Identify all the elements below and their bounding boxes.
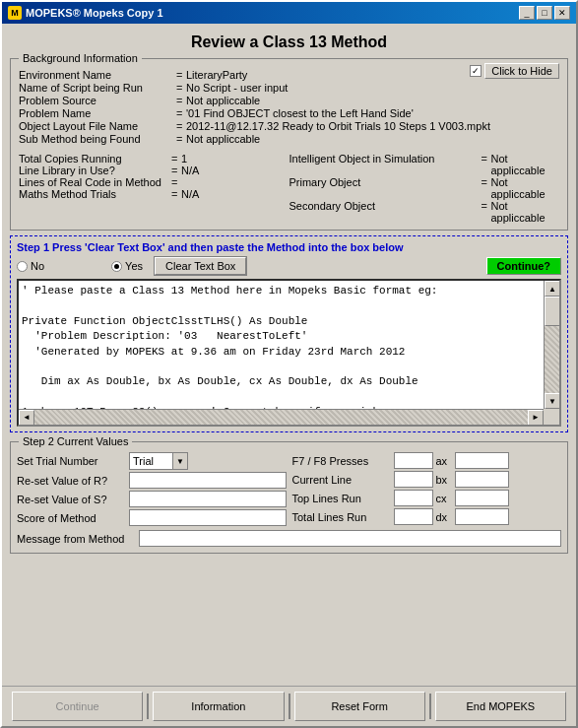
- radio-yes-dot: [114, 264, 119, 269]
- label-layout: Object Layout File Name: [19, 120, 176, 132]
- radio-yes-button[interactable]: [111, 261, 122, 272]
- right-row-0: Intelligent Object in Simulation = Not a…: [289, 153, 560, 176]
- total-lines-input[interactable]: [394, 508, 433, 525]
- end-mopeks-button[interactable]: End MOPEKS: [435, 692, 566, 721]
- reset-r-input[interactable]: [129, 472, 287, 489]
- top-lines-row: Top Lines Run cx: [292, 490, 562, 506]
- trial-value: Trial: [130, 455, 172, 467]
- bottom-right: Intelligent Object in Simulation = Not a…: [289, 153, 560, 224]
- ax-label: ax: [436, 455, 452, 467]
- information-button[interactable]: Information: [153, 692, 284, 721]
- trial-dropdown[interactable]: Trial ▼: [129, 452, 188, 470]
- main-window: M MOPEKS® Mopeks Copy 1 _ □ ✕ Review a C…: [0, 0, 578, 728]
- page-title: Review a Class 13 Method: [10, 30, 568, 53]
- top-lines-label: Top Lines Run: [292, 493, 391, 504]
- value-source: Not appliccable: [186, 95, 559, 106]
- scroll-thumb-v[interactable]: [545, 297, 560, 326]
- footer-divider-2: [289, 694, 290, 719]
- step1-section: Step 1 Press 'Clear Text Box' and then p…: [10, 235, 568, 432]
- info-row-3: Problem Name = '01 Find OBJECT closest t…: [19, 107, 559, 119]
- info-row-2: Problem Source = Not appliccable: [19, 95, 559, 106]
- value-script: No Script - user input: [186, 82, 559, 94]
- f7f8-label: F7 / F8 Presses: [292, 455, 391, 467]
- radio-no-wrap[interactable]: No: [17, 260, 44, 272]
- dx-label: dx: [436, 511, 452, 523]
- continue-button[interactable]: Continue: [12, 692, 143, 721]
- scroll-left-arrow[interactable]: ◄: [19, 410, 34, 426]
- scroll-track-h[interactable]: [34, 410, 528, 425]
- right-row-1: Primary Object = Not appliccable: [289, 176, 560, 200]
- reset-r-row: Re-set Value of R?: [17, 472, 287, 489]
- click-to-hide-button[interactable]: Click to Hide: [484, 63, 559, 79]
- score-input[interactable]: [129, 509, 287, 526]
- reset-r-label: Re-set Value of R?: [17, 475, 125, 487]
- method-textarea-wrap: ' Please paste a Class 13 Method here in…: [17, 279, 561, 427]
- maximize-button[interactable]: □: [537, 6, 552, 20]
- window-content: Review a Class 13 Method Background Info…: [2, 24, 576, 686]
- info-row-4: Object Layout File Name = 2012-11@12.17.…: [19, 120, 559, 132]
- value-layout: 2012-11@12.17.32 Ready to Orbit Trials 1…: [186, 120, 559, 132]
- radio-no-label: No: [31, 260, 44, 272]
- step2-left: Set Trial Number Trial ▼ Re-set Value of…: [17, 452, 287, 528]
- radio-no-button[interactable]: [17, 261, 28, 272]
- f7f8-input[interactable]: [394, 452, 433, 469]
- trial-row: Set Trial Number Trial ▼: [17, 452, 287, 470]
- cx-input[interactable]: [455, 490, 509, 506]
- radio-yes-wrap[interactable]: Yes: [111, 260, 143, 272]
- window-title: MOPEKS® Mopeks Copy 1: [26, 7, 163, 19]
- f7f8-row: F7 / F8 Presses ax: [292, 452, 562, 469]
- background-info-group: Background Information ✓ Click to Hide E…: [10, 58, 568, 231]
- close-button[interactable]: ✕: [554, 6, 570, 20]
- info-row-5: Sub Method being Found = Not appliccable: [19, 133, 559, 145]
- current-line-label: Current Line: [292, 474, 391, 486]
- bottom-left: Total Copies Running = 1 Line Library in…: [19, 153, 289, 224]
- message-input[interactable]: [139, 530, 561, 547]
- textarea-scrollbar-v[interactable]: ▲ ▼: [544, 281, 559, 409]
- footer-divider-3: [429, 694, 431, 719]
- reset-s-input[interactable]: [129, 491, 287, 507]
- message-row: Message from Method: [17, 530, 561, 547]
- spacer: [10, 559, 568, 680]
- hide-controls: ✓ Click to Hide: [470, 63, 559, 79]
- continue-step1-button[interactable]: Continue?: [486, 257, 561, 275]
- title-bar: M MOPEKS® Mopeks Copy 1 _ □ ✕: [2, 2, 576, 24]
- score-row: Score of Method: [17, 509, 287, 526]
- method-textarea-content[interactable]: ' Please paste a Class 13 Method here in…: [19, 281, 544, 425]
- scroll-down-arrow[interactable]: ▼: [545, 393, 560, 409]
- label-env: Environment Name: [19, 69, 176, 81]
- info-row-1: Name of Script being Run = No Script - u…: [19, 82, 559, 94]
- top-lines-input[interactable]: [394, 490, 433, 506]
- step2-right: F7 / F8 Presses ax Current Line bx: [292, 452, 562, 528]
- footer-buttons: Continue Information Reset Form End MOPE…: [2, 686, 576, 726]
- scroll-corner: [544, 409, 559, 425]
- step2-section: Step 2 Current Values Set Trial Number T…: [10, 441, 568, 554]
- hide-checkbox[interactable]: ✓: [470, 65, 482, 77]
- label-submethod: Sub Method being Found: [19, 133, 176, 145]
- total-lines-label: Total Lines Run: [292, 511, 391, 523]
- scroll-up-arrow[interactable]: ▲: [545, 281, 560, 297]
- total-lines-row: Total Lines Run dx: [292, 508, 562, 525]
- label-problem: Problem Name: [19, 107, 176, 119]
- step1-title: Step 1 Press 'Clear Text Box' and then p…: [17, 241, 561, 253]
- reset-s-label: Re-set Value of S?: [17, 494, 125, 505]
- scroll-right-arrow[interactable]: ►: [528, 410, 544, 426]
- right-row-2: Secondary Object = Not appliccable: [289, 200, 560, 224]
- dx-input[interactable]: [455, 508, 509, 525]
- scroll-track-v[interactable]: [545, 297, 559, 393]
- textarea-scrollbar-h[interactable]: ◄ ►: [19, 409, 544, 425]
- ax-input[interactable]: [455, 452, 509, 469]
- step1-controls: No Yes Clear Text Box Continue?: [17, 257, 561, 275]
- minimize-button[interactable]: _: [519, 6, 535, 20]
- info-bottom: Total Copies Running = 1 Line Library in…: [19, 150, 559, 224]
- info-fields: Environment Name = LiteraryParty Name of…: [19, 69, 559, 145]
- bottom-row-1: Line Library in Use? = N/A: [19, 165, 289, 176]
- bx-label: bx: [436, 474, 452, 486]
- trial-dropdown-arrow[interactable]: ▼: [172, 453, 187, 469]
- label-source: Problem Source: [19, 95, 176, 106]
- reset-form-button[interactable]: Reset Form: [294, 692, 425, 721]
- bx-input[interactable]: [455, 471, 509, 488]
- step2-fields: Set Trial Number Trial ▼ Re-set Value of…: [17, 452, 561, 528]
- current-line-input[interactable]: [394, 471, 433, 488]
- clear-text-box-button[interactable]: Clear Text Box: [155, 257, 246, 275]
- radio-yes-label: Yes: [125, 260, 143, 272]
